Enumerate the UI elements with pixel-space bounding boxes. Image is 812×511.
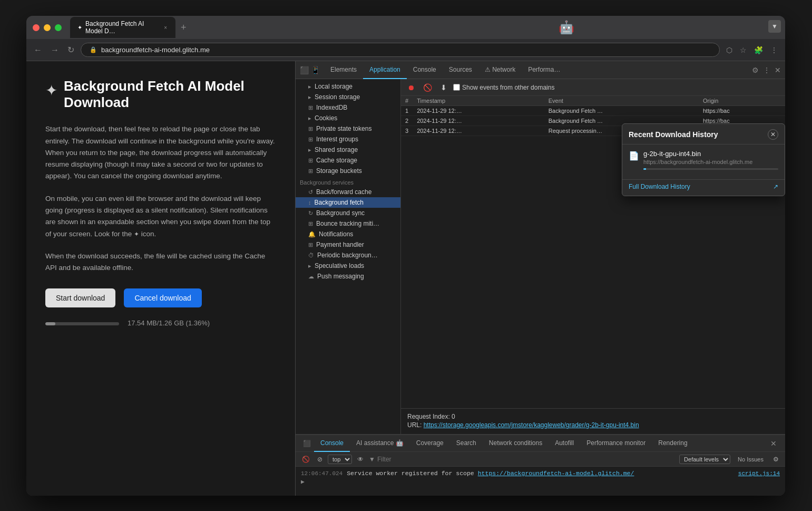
console-tab-ai[interactable]: AI assistance 🤖 <box>350 435 410 452</box>
page-description-1: Start the download, then feel free to re… <box>45 123 276 182</box>
tab-network[interactable]: ⚠ Network <box>478 61 522 79</box>
sidebar-item-payment-handler[interactable]: ⊞ Payment handler <box>296 239 400 250</box>
console-tab-network-conditions[interactable]: Network conditions <box>483 435 549 452</box>
tab-application[interactable]: Application <box>363 61 407 79</box>
cast-button[interactable]: ⬡ <box>724 44 735 56</box>
tab-console[interactable]: Console <box>407 61 443 79</box>
console-settings-button[interactable]: ⚙ <box>771 455 781 464</box>
devtools-inspect-icon[interactable]: ⬛ <box>300 66 309 74</box>
sidebar-item-storage-buckets[interactable]: ⊞ Storage buckets <box>296 166 400 176</box>
row-num: 1 <box>401 106 413 116</box>
tab-performance[interactable]: Performa… <box>522 61 566 79</box>
minimize-window-button[interactable] <box>44 24 51 31</box>
console-tab-console[interactable]: Console <box>314 435 350 452</box>
sidebar-item-shared-storage[interactable]: ▸ Shared storage <box>296 144 400 155</box>
page-description-3: When the download succeeds, the file wil… <box>45 250 276 274</box>
sidebar-label: Push messaging <box>317 273 364 280</box>
fetch-icon: ↕ <box>308 199 311 206</box>
tab-sources[interactable]: Sources <box>443 61 478 79</box>
detail-url-link[interactable]: https://storage.googleapis.com/jmstore/k… <box>424 421 639 429</box>
rdh-file-icon: 📄 <box>629 151 639 161</box>
security-icon: 🔒 <box>90 46 97 53</box>
push-icon: ☁ <box>308 273 314 280</box>
cancel-download-button[interactable]: Cancel download <box>124 288 201 307</box>
devtools-close-icon[interactable]: ✕ <box>775 66 781 74</box>
console-block-button[interactable]: ⊘ <box>315 455 325 464</box>
console-clear-button[interactable]: 🚫 <box>300 455 312 464</box>
sidebar-item-interest-groups[interactable]: ⊞ Interest groups <box>296 134 400 144</box>
console-eye-button[interactable]: 👁 <box>355 455 366 464</box>
sidebar-item-speculative-loads[interactable]: ▸ Speculative loads <box>296 261 400 271</box>
col-timestamp: Timestamp <box>413 96 544 106</box>
progress-text: 17.54 MB/1.26 GB (1.36%) <box>128 318 210 329</box>
tab-close-button[interactable]: × <box>163 25 168 31</box>
browser-tab-active[interactable]: ✦ Background Fetch AI Model D… × <box>70 17 175 38</box>
devtools-settings-icon[interactable]: ⚙ <box>752 66 759 74</box>
console-tab-performance-monitor[interactable]: Performance monitor <box>580 435 652 452</box>
sidebar-label: Back/forward cache <box>316 188 371 196</box>
new-tab-button[interactable]: + <box>178 21 190 34</box>
sidebar-item-cache-storage[interactable]: ⊞ Cache storage <box>296 155 400 166</box>
tab-elements[interactable]: Elements <box>324 61 363 79</box>
address-bar[interactable]: 🔒 backgroundfetch-ai-model.glitch.me <box>81 43 720 57</box>
profile-dropdown[interactable]: ▼ <box>768 20 781 33</box>
traffic-lights <box>33 24 62 31</box>
nav-bar: ← → ↻ 🔒 backgroundfetch-ai-model.glitch.… <box>26 39 785 61</box>
sidebar-item-background-sync[interactable]: ↻ Background sync <box>296 208 400 218</box>
console-close-button[interactable]: ✕ <box>766 439 781 448</box>
log-level-select[interactable]: Default levels <box>679 455 730 464</box>
download-events-button[interactable]: ⬇ <box>438 82 449 93</box>
reload-button[interactable]: ↻ <box>65 43 76 57</box>
console-tab-rendering[interactable]: Rendering <box>652 435 693 452</box>
other-domains-input[interactable] <box>453 84 460 91</box>
storage-icon: ⊞ <box>308 157 313 164</box>
sidebar-label: IndexedDB <box>316 104 347 111</box>
expand-icon: ▸ <box>308 115 311 122</box>
console-tab-search[interactable]: Search <box>450 435 483 452</box>
sidebar-item-local-storage[interactable]: ▸ Local storage <box>296 81 400 92</box>
sidebar-item-indexeddb[interactable]: ⊞ IndexedDB <box>296 102 400 113</box>
external-link-icon: ↗ <box>773 183 778 190</box>
sidebar-item-push-messaging[interactable]: ☁ Push messaging <box>296 271 400 282</box>
sidebar-label: Private state tokens <box>316 125 371 132</box>
sidebar-label: Local storage <box>315 83 353 90</box>
sidebar-item-cookies[interactable]: ▸ Cookies <box>296 113 400 123</box>
bookmark-button[interactable]: ☆ <box>738 44 749 56</box>
sidebar-item-bounce-tracking[interactable]: ⊞ Bounce tracking miti… <box>296 218 400 229</box>
forward-button[interactable]: → <box>48 43 61 57</box>
filter-icon: ▼ <box>369 456 375 463</box>
maximize-window-button[interactable] <box>55 24 62 31</box>
clear-button[interactable]: 🚫 <box>421 82 434 93</box>
log-source[interactable]: script.js:14 <box>738 470 780 477</box>
table-row[interactable]: 1 2024-11-29 12:… Background Fetch … htt… <box>401 106 785 116</box>
menu-button[interactable]: ⋮ <box>768 44 780 56</box>
console-tab-autofill[interactable]: Autofill <box>549 435 580 452</box>
sidebar-label: Background fetch <box>315 199 364 206</box>
page-title: ✦ Background Fetch AI Model Download <box>45 78 276 111</box>
context-selector[interactable]: top <box>328 455 352 464</box>
sidebar-item-back-forward-cache[interactable]: ↺ Back/forward cache <box>296 187 400 197</box>
start-download-button[interactable]: Start download <box>45 288 115 307</box>
full-download-history-link[interactable]: Full Download History <box>629 183 690 190</box>
console-sidebar-icon[interactable]: ⬛ <box>300 440 314 447</box>
close-window-button[interactable] <box>33 24 40 31</box>
extensions-button[interactable]: 🧩 <box>752 44 765 56</box>
sidebar-item-background-fetch[interactable]: ↕ Background fetch <box>296 197 400 208</box>
sidebar-item-periodic-background[interactable]: ⏱ Periodic backgroun… <box>296 250 400 261</box>
detail-url-line: URL: https://storage.googleapis.com/jmst… <box>407 421 779 429</box>
sidebar-item-private-state-tokens[interactable]: ⊞ Private state tokens <box>296 123 400 134</box>
rdh-close-button[interactable]: ✕ <box>768 129 778 140</box>
back-button[interactable]: ← <box>32 43 44 57</box>
rdh-header: Recent Download History ✕ <box>622 124 785 144</box>
show-other-domains-checkbox[interactable]: Show events from other domains <box>453 84 554 91</box>
sidebar-label: Cache storage <box>316 157 357 164</box>
console-tab-coverage[interactable]: Coverage <box>410 435 450 452</box>
log-link[interactable]: https://backgroundfetch-ai-model.glitch.… <box>478 470 634 477</box>
record-button[interactable]: ⏺ <box>405 82 417 93</box>
sidebar-item-session-storage[interactable]: ▸ Session storage <box>296 92 400 102</box>
devtools-more-icon[interactable]: ⋮ <box>763 66 770 74</box>
sidebar-item-notifications[interactable]: 🔔 Notifications <box>296 229 400 239</box>
devtools-mobile-icon[interactable]: 📱 <box>311 66 320 74</box>
filter-input[interactable] <box>377 456 409 463</box>
recent-download-history-panel: Recent Download History ✕ 📄 g-2b-it-gpu-… <box>622 123 785 196</box>
